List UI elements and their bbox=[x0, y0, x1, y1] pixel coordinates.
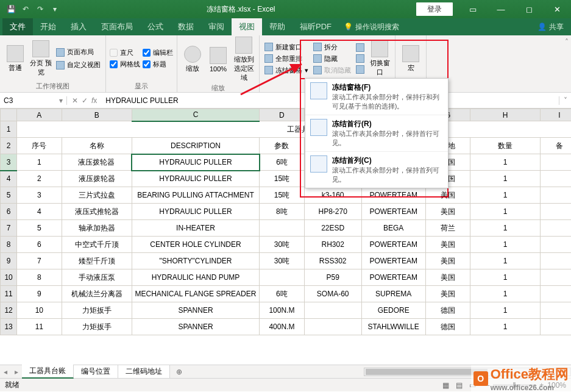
cell[interactable]: 力矩扳手 bbox=[62, 302, 132, 319]
cell[interactable]: 4 bbox=[17, 204, 62, 220]
cell[interactable]: 100N.M bbox=[260, 302, 304, 319]
switch-window-button[interactable]: 切换窗口 bbox=[368, 40, 391, 77]
col-B[interactable]: B bbox=[62, 109, 132, 121]
cell[interactable]: RSS302 bbox=[304, 253, 361, 269]
select-all-corner[interactable] bbox=[1, 109, 17, 121]
rownum-7[interactable]: 7 bbox=[1, 220, 17, 237]
cell[interactable]: 6吨 bbox=[260, 286, 304, 302]
pagebreak-view-button[interactable]: 分页 预览 bbox=[29, 40, 52, 77]
cell[interactable]: HYDRAULIC PULLER bbox=[132, 204, 259, 220]
tab-foxit[interactable]: 福昕PDF bbox=[293, 18, 339, 35]
cell[interactable]: 美国 bbox=[425, 237, 470, 253]
cell[interactable]: 15吨 bbox=[260, 187, 304, 204]
cell[interactable]: 22ESD bbox=[304, 220, 361, 237]
tab-home[interactable]: 开始 bbox=[33, 18, 63, 35]
cell[interactable]: 三片式拉盘 bbox=[62, 187, 132, 204]
th-seq[interactable]: 序号 bbox=[17, 138, 62, 154]
cell[interactable]: 美国 bbox=[425, 253, 470, 269]
freeze-first-col-item[interactable]: 冻结首列(C) 滚动工作表其余部分时，保持首列可见。 bbox=[305, 152, 448, 188]
cell[interactable]: 手动液压泵 bbox=[62, 269, 132, 286]
tab-data[interactable]: 数据 bbox=[171, 18, 201, 35]
cell[interactable]: HP8-270 bbox=[304, 204, 361, 220]
cell[interactable]: BEGA bbox=[361, 220, 425, 237]
cell[interactable] bbox=[260, 269, 304, 286]
namebox-dropdown-icon[interactable]: ▾ bbox=[59, 96, 63, 105]
cell[interactable]: 1 bbox=[17, 154, 62, 171]
ribbon-options-button[interactable]: ▭ bbox=[459, 0, 487, 18]
cancel-icon[interactable]: ✕ bbox=[72, 96, 78, 105]
view-normal-icon[interactable]: ▦ bbox=[440, 381, 452, 390]
spreadsheet-grid[interactable]: A B C D E F G H I 1 工器具 2 序号 名称 DESCRIPT… bbox=[0, 109, 571, 365]
cell[interactable]: 1 bbox=[470, 302, 540, 319]
customview-button[interactable]: 自定义视图 bbox=[55, 60, 102, 70]
cell[interactable]: SUPREMA bbox=[361, 286, 425, 302]
minimize-button[interactable]: — bbox=[487, 0, 515, 18]
rownum-1[interactable]: 1 bbox=[1, 121, 17, 138]
cell[interactable]: HYDRAULIC PULLER bbox=[132, 171, 259, 187]
sheet-title[interactable]: 工器具 bbox=[17, 121, 571, 138]
cell[interactable]: 10 bbox=[17, 302, 62, 319]
cell[interactable]: 美国 bbox=[425, 204, 470, 220]
sheet-nav-prev[interactable]: ◂ bbox=[0, 368, 11, 376]
macro-button[interactable]: 宏 bbox=[399, 45, 422, 73]
scroll-thumb[interactable] bbox=[366, 369, 488, 375]
cell[interactable]: 液压拨轮器 bbox=[62, 171, 132, 187]
arrange-button[interactable]: 全部重排 bbox=[263, 54, 310, 64]
cell[interactable] bbox=[541, 237, 571, 253]
hide-button[interactable]: 隐藏 bbox=[312, 54, 352, 64]
cell[interactable]: 1 bbox=[470, 171, 540, 187]
freeze-panes-item[interactable]: 冻结窗格(F) 滚动工作表其余部分时，保持行和列可见(基于当前的选择)。 bbox=[305, 79, 448, 115]
cell[interactable]: SPANNER bbox=[132, 319, 259, 335]
cell[interactable]: STAHLWWILLE bbox=[361, 319, 425, 335]
maximize-button[interactable]: ◻ bbox=[515, 0, 543, 18]
sheet-tab-2[interactable]: 编号位置 bbox=[74, 365, 118, 378]
cell[interactable]: 机械法兰分离器 bbox=[62, 286, 132, 302]
freeze-top-row-item[interactable]: 冻结首行(R) 滚动工作表其余部分时，保持首行可见。 bbox=[305, 115, 448, 152]
th-desc[interactable]: DESCRIPTION bbox=[132, 138, 259, 154]
cell[interactable]: MECHANICAL FLANGE SPREADER bbox=[132, 286, 259, 302]
rownum-2[interactable]: 2 bbox=[1, 138, 17, 154]
cell[interactable]: 3 bbox=[17, 187, 62, 204]
sheet-tab-1[interactable]: 工器具台账 bbox=[22, 365, 74, 379]
cell[interactable]: 400N.M bbox=[260, 319, 304, 335]
ruler-checkbox[interactable]: 直尺 bbox=[110, 48, 140, 57]
cell[interactable]: 液压拨轮器 bbox=[62, 154, 132, 171]
cell[interactable]: 美国 bbox=[425, 187, 470, 204]
rownum-11[interactable]: 11 bbox=[1, 286, 17, 302]
collapse-ribbon-button[interactable]: ˄ bbox=[562, 35, 571, 92]
new-sheet-button[interactable]: ⊕ bbox=[170, 368, 188, 376]
cell[interactable]: POWERTEAM bbox=[361, 269, 425, 286]
cell[interactable]: 1 bbox=[470, 253, 540, 269]
col-I[interactable]: I bbox=[541, 109, 571, 121]
cell[interactable]: 8 bbox=[17, 269, 62, 286]
rownum-9[interactable]: 9 bbox=[1, 253, 17, 269]
viewside-icon1[interactable] bbox=[355, 43, 366, 52]
tab-insert[interactable]: 插入 bbox=[63, 18, 94, 35]
cell[interactable]: 1 bbox=[470, 237, 540, 253]
col-H[interactable]: H bbox=[470, 109, 540, 121]
cell[interactable]: 轴承加热器 bbox=[62, 220, 132, 237]
cell[interactable]: 矮型千斤顶 bbox=[62, 253, 132, 269]
cell[interactable]: POWERTEAM bbox=[361, 253, 425, 269]
cell[interactable]: SPANNER bbox=[132, 302, 259, 319]
cell[interactable]: 6 bbox=[17, 237, 62, 253]
col-A[interactable]: A bbox=[17, 109, 62, 121]
cell[interactable]: 8吨 bbox=[260, 204, 304, 220]
cell[interactable] bbox=[541, 269, 571, 286]
tell-me-search[interactable]: 💡 操作说明搜索 bbox=[344, 22, 399, 32]
cell[interactable]: BEARING PULLING ATTACHMENT bbox=[132, 187, 259, 204]
cell[interactable]: GEDORE bbox=[361, 302, 425, 319]
cell[interactable]: POWERTEAM bbox=[361, 187, 425, 204]
save-icon[interactable]: 💾 bbox=[5, 3, 17, 15]
cell[interactable]: SOMA-60 bbox=[304, 286, 361, 302]
cell[interactable]: 5 bbox=[17, 220, 62, 237]
freeze-panes-button[interactable]: 冻结窗格▾ bbox=[263, 65, 310, 76]
cell[interactable]: k3-160 bbox=[304, 187, 361, 204]
sheet-tab-3[interactable]: 二维码地址 bbox=[118, 365, 170, 378]
cell[interactable] bbox=[541, 171, 571, 187]
cell[interactable] bbox=[304, 302, 361, 319]
undo-icon[interactable]: ↶ bbox=[20, 3, 32, 15]
redo-icon[interactable]: ↷ bbox=[34, 3, 46, 15]
cell[interactable]: 1 bbox=[470, 187, 540, 204]
th-remark[interactable]: 备 bbox=[541, 138, 571, 154]
